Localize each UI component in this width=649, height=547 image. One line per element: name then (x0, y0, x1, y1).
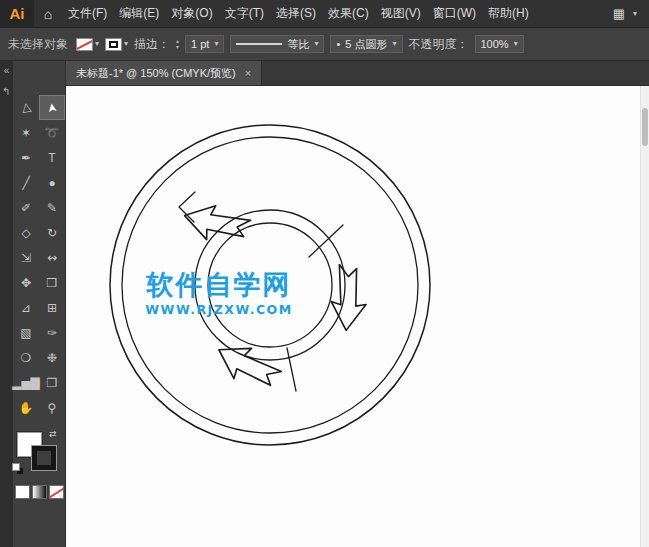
column-graph-tool[interactable]: ▂▅▇ (13, 370, 39, 395)
brush-dot-icon: • (336, 38, 340, 50)
gradient-tool-icon: ▧ (20, 326, 31, 340)
swap-fill-stroke-icon[interactable]: ⇄ (49, 429, 57, 439)
stroke-weight-value: 1 pt (191, 38, 209, 50)
menu-item-9[interactable]: 帮助(H) (482, 0, 535, 27)
chevron-down-icon: ▾ (633, 10, 637, 18)
stroke-swatch (105, 38, 122, 51)
chevron-down-icon: ▾ (514, 40, 518, 48)
pen-tool[interactable]: ✒ (13, 145, 39, 170)
artboard-tool-icon: ❐ (47, 376, 58, 390)
paintbrush-tool-icon: ✐ (21, 201, 31, 215)
pencil-tool[interactable]: ✎ (39, 195, 65, 220)
dock-arrow-icon[interactable]: ↰ (2, 87, 10, 97)
perspective-grid-tool[interactable]: ⊿ (13, 295, 39, 320)
brush-label: 5 点圆形 (345, 37, 387, 52)
line-segment-tool-icon: ╱ (22, 176, 29, 190)
zoom-tool-icon: ⚲ (48, 401, 57, 415)
free-transform-tool[interactable]: ✥ (13, 270, 39, 295)
rotate-tool[interactable]: ↻ (39, 220, 65, 245)
blend-tool-icon: ❍ (21, 351, 32, 365)
width-tool[interactable]: ↭ (39, 245, 65, 270)
app-logo[interactable]: Ai (0, 0, 34, 27)
menubar-right: ▦ ▾ (613, 6, 649, 21)
mesh-tool[interactable]: ⊞ (39, 295, 65, 320)
arrow-top (180, 199, 252, 250)
hand-tool[interactable]: ✋ (13, 395, 39, 420)
none-button[interactable] (49, 485, 64, 499)
arrow-bottom (210, 335, 284, 398)
column-graph-tool-icon: ▂▅▇ (12, 376, 40, 390)
brush-dropdown[interactable]: • 5 点圆形 ▾ (330, 35, 402, 53)
menu-item-1[interactable]: 文件(F) (62, 0, 113, 27)
tools-panel: ▷➤✶➰✒T╱●✐✎◇↻⇲↭✥❒⊿⊞▧✑❍❉▂▅▇❐✋⚲ ⇄ (13, 61, 66, 547)
shaper-tool[interactable]: ◇ (13, 220, 39, 245)
menu-item-5[interactable]: 选择(S) (270, 0, 322, 27)
paint-mode-buttons (15, 485, 64, 499)
document-tab-bar: 未标题-1* @ 150% (CMYK/预览) × (66, 61, 649, 86)
stroke-color-control[interactable]: ▾ (105, 38, 128, 51)
lasso-tool[interactable]: ➰ (39, 120, 65, 145)
chevron-down-icon: ▾ (314, 40, 318, 48)
artwork[interactable]: 软件自学网 WWW.RJZXW.COM (66, 86, 649, 547)
home-icon[interactable]: ⌂ (34, 6, 62, 22)
collapse-panel-icon[interactable]: « (4, 66, 10, 76)
document-tab[interactable]: 未标题-1* @ 150% (CMYK/预览) × (66, 61, 262, 85)
vertical-scrollbar-thumb[interactable] (642, 108, 648, 146)
free-transform-tool-icon: ✥ (21, 276, 31, 290)
gradient-tool[interactable]: ▧ (13, 320, 39, 345)
workspace-switcher-icon[interactable]: ▦ (613, 6, 627, 21)
stroke-weight-stepper[interactable]: ▴ ▾ (176, 38, 179, 50)
chevron-down-icon: ▾ (124, 40, 128, 48)
selection-tool[interactable]: ➤ (39, 95, 65, 120)
stepper-down-icon[interactable]: ▾ (176, 44, 179, 50)
direct-selection-tool[interactable]: ▷ (13, 95, 39, 120)
paintbrush-tool[interactable]: ✐ (13, 195, 39, 220)
magic-wand-tool-icon: ✶ (21, 126, 31, 140)
scale-tool[interactable]: ⇲ (13, 245, 39, 270)
menu-item-2[interactable]: 编辑(E) (113, 0, 165, 27)
gradient-button[interactable] (32, 485, 47, 499)
vertical-scrollbar[interactable] (640, 86, 649, 547)
main-area: « ↰ ▷➤✶➰✒T╱●✐✎◇↻⇲↭✥❒⊿⊞▧✑❍❉▂▅▇❐✋⚲ ⇄ 未标题-1… (0, 61, 649, 547)
menu-item-3[interactable]: 对象(O) (165, 0, 218, 27)
perspective-grid-tool-icon: ⊿ (21, 301, 31, 315)
document-tab-title: 未标题-1* @ 150% (CMYK/预览) (76, 66, 236, 81)
color-button[interactable] (15, 485, 30, 499)
opacity-label: 不透明度： (409, 36, 469, 53)
menu-item-8[interactable]: 窗口(W) (427, 0, 482, 27)
menu-item-6[interactable]: 效果(C) (322, 0, 375, 27)
ellipse-tool[interactable]: ● (39, 170, 65, 195)
canvas[interactable]: 软件自学网 WWW.RJZXW.COM (66, 86, 649, 547)
chevron-down-icon: ▾ (95, 40, 99, 48)
menu-item-7[interactable]: 视图(V) (375, 0, 427, 27)
menu-list: 文件(F)编辑(E)对象(O)文字(T)选择(S)效果(C)视图(V)窗口(W)… (62, 0, 535, 27)
magic-wand-tool[interactable]: ✶ (13, 120, 39, 145)
mesh-tool-icon: ⊞ (47, 301, 57, 315)
chevron-down-icon: ▾ (392, 40, 396, 48)
left-dock-strip: « ↰ (0, 61, 13, 547)
watermark: 软件自学网 WWW.RJZXW.COM (145, 269, 292, 317)
stroke-color-proxy[interactable] (32, 446, 56, 470)
stroke-profile-dropdown[interactable]: 等比 ▾ (230, 35, 324, 53)
stroke-weight-label: 描边： (134, 36, 170, 53)
rotate-tool-icon: ↻ (47, 226, 57, 240)
width-tool-icon: ↭ (47, 251, 57, 265)
lasso-tool-icon: ➰ (45, 126, 60, 140)
tab-close-icon[interactable]: × (245, 67, 251, 79)
blend-tool[interactable]: ❍ (13, 345, 39, 370)
fill-color-control[interactable]: ▾ (76, 38, 99, 51)
selection-status: 未选择对象 (8, 36, 68, 53)
symbol-sprayer-tool[interactable]: ❉ (39, 345, 65, 370)
type-tool[interactable]: T (39, 145, 65, 170)
shape-builder-tool[interactable]: ❒ (39, 270, 65, 295)
default-fill-stroke-icon[interactable] (12, 463, 23, 474)
artboard-tool[interactable]: ❐ (39, 370, 65, 395)
zoom-tool[interactable]: ⚲ (39, 395, 65, 420)
chevron-down-icon: ▾ (214, 40, 218, 48)
menu-item-4[interactable]: 文字(T) (219, 0, 270, 27)
eyedropper-tool[interactable]: ✑ (39, 320, 65, 345)
opacity-field[interactable]: 100% ▾ (475, 35, 524, 53)
watermark-url: WWW.RJZXW.COM (145, 302, 292, 317)
stroke-weight-field[interactable]: 1 pt ▾ (185, 35, 224, 53)
line-segment-tool[interactable]: ╱ (13, 170, 39, 195)
